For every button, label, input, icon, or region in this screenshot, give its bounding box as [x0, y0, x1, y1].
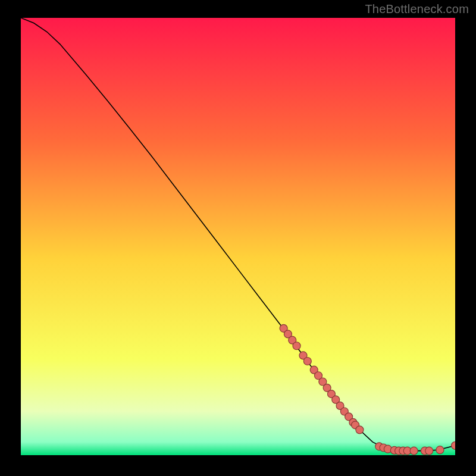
chart-svg [21, 18, 455, 455]
data-marker [436, 446, 444, 454]
data-marker [356, 426, 364, 434]
data-marker [293, 342, 300, 350]
watermark-text: TheBottleneck.com [365, 2, 469, 16]
gradient-background [21, 18, 455, 455]
data-marker [425, 447, 433, 455]
data-marker [303, 357, 311, 365]
chart-plot-area [21, 18, 455, 455]
data-marker [410, 447, 418, 455]
